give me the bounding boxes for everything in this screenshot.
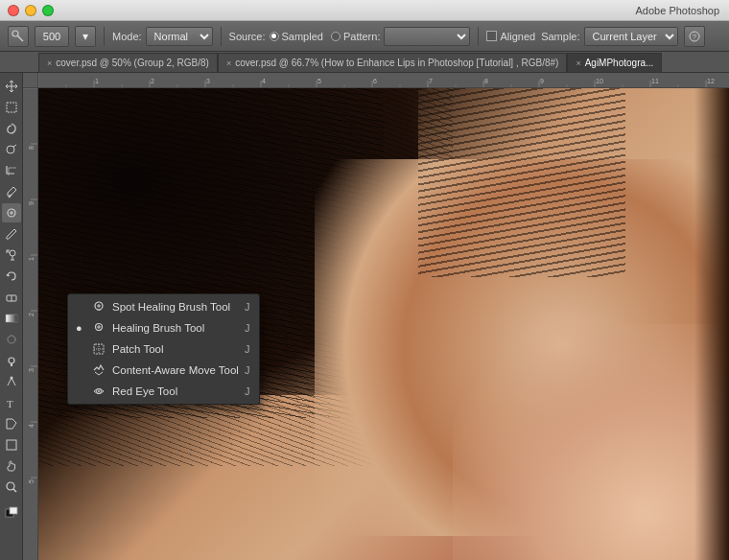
tab-1[interactable]: × cover.psd @ 66.7% (How to Enhance Lips… bbox=[218, 53, 567, 72]
app-title: Adobe Photoshop bbox=[636, 5, 719, 16]
blur-tool[interactable] bbox=[2, 330, 21, 349]
svg-rect-4 bbox=[7, 103, 16, 112]
aligned-label: Aligned bbox=[500, 31, 535, 42]
type-tool[interactable]: T bbox=[2, 393, 21, 412]
svg-text:12: 12 bbox=[707, 78, 715, 84]
svg-line-6 bbox=[9, 195, 12, 198]
brush-options-button[interactable]: ▾ bbox=[75, 26, 96, 47]
svg-text:7: 7 bbox=[429, 78, 433, 84]
svg-text:4: 4 bbox=[262, 78, 266, 84]
pattern-radio-dot bbox=[331, 32, 341, 41]
context-menu: Spot Healing Brush Tool J ● Healing Brus… bbox=[67, 293, 260, 405]
eyedropper-tool[interactable] bbox=[2, 182, 21, 201]
dodge-tool[interactable] bbox=[2, 351, 21, 370]
path-select-tool[interactable] bbox=[2, 414, 21, 433]
shape-tool[interactable] bbox=[2, 435, 21, 455]
toolbar-separator-2 bbox=[221, 27, 222, 46]
healing-brush-shortcut: J bbox=[245, 322, 250, 334]
tab-label-1: cover.psd @ 66.7% (How to Enhance Lips i… bbox=[235, 58, 558, 68]
svg-text:8: 8 bbox=[28, 146, 35, 150]
quick-select-tool[interactable] bbox=[2, 140, 21, 159]
pattern-label: Pattern: bbox=[343, 31, 381, 42]
pen-tool[interactable] bbox=[2, 372, 21, 391]
menu-item-patch[interactable]: Patch Tool J bbox=[68, 338, 259, 360]
svg-point-14 bbox=[8, 336, 15, 343]
menu-item-spot-healing[interactable]: Spot Healing Brush Tool J bbox=[68, 296, 259, 317]
spot-healing-check bbox=[76, 301, 85, 313]
marquee-tool[interactable] bbox=[2, 98, 21, 117]
content-aware-icon bbox=[91, 363, 106, 377]
tool-icon[interactable] bbox=[8, 26, 29, 47]
svg-point-86 bbox=[98, 390, 100, 392]
healing-brush-tool[interactable] bbox=[2, 203, 21, 222]
ruler-top: 1 2 3 4 5 6 7 8 9 10 11 bbox=[38, 73, 729, 88]
sample-select[interactable]: Current Layer bbox=[584, 27, 678, 46]
eraser-tool[interactable] bbox=[2, 288, 21, 307]
history-brush-tool[interactable] bbox=[2, 267, 21, 286]
patch-label: Patch Tool bbox=[112, 343, 239, 355]
gradient-tool[interactable] bbox=[2, 309, 21, 328]
patch-shortcut: J bbox=[245, 343, 250, 355]
maximize-button[interactable] bbox=[42, 5, 54, 16]
svg-text:9: 9 bbox=[540, 78, 544, 84]
svg-point-5 bbox=[7, 146, 14, 153]
menu-item-content-aware[interactable]: Content-Aware Move Tool J bbox=[68, 360, 259, 381]
svg-text:2: 2 bbox=[28, 313, 35, 316]
svg-text:10: 10 bbox=[596, 78, 603, 84]
tabs-bar: × cover.psd @ 50% (Group 2, RGB/8) × cov… bbox=[0, 52, 729, 73]
tab-close-0[interactable]: × bbox=[47, 58, 52, 68]
mode-group: Mode: Normal bbox=[112, 27, 213, 46]
red-eye-icon bbox=[91, 385, 106, 398]
minimize-button[interactable] bbox=[25, 5, 36, 16]
menu-item-healing-brush[interactable]: ● Healing Brush Tool J bbox=[68, 317, 259, 338]
svg-text:2: 2 bbox=[151, 78, 154, 84]
svg-text:1: 1 bbox=[28, 257, 35, 261]
sampled-radio-dot bbox=[270, 32, 279, 41]
sample-label: Sample: bbox=[541, 31, 579, 42]
toolbar-separator bbox=[104, 27, 105, 46]
pattern-select[interactable] bbox=[384, 27, 470, 46]
menu-item-red-eye[interactable]: Red Eye Tool J bbox=[68, 381, 259, 402]
svg-text:5: 5 bbox=[317, 78, 321, 84]
healing-brush-check: ● bbox=[76, 322, 85, 334]
tab-close-2[interactable]: × bbox=[576, 58, 580, 68]
svg-text:9: 9 bbox=[28, 201, 35, 205]
zoom-tool[interactable] bbox=[2, 478, 21, 497]
source-label: Source: bbox=[229, 31, 266, 42]
svg-rect-13 bbox=[6, 315, 17, 322]
svg-point-0 bbox=[12, 31, 18, 36]
svg-text:1: 1 bbox=[95, 78, 99, 84]
sampled-radio[interactable]: Sampled bbox=[270, 31, 323, 42]
brush-size-display[interactable]: 500 bbox=[35, 26, 69, 47]
healing-brush-label: Healing Brush Tool bbox=[112, 322, 239, 334]
red-eye-label: Red Eye Tool bbox=[112, 385, 239, 397]
clone-stamp-tool[interactable] bbox=[2, 245, 21, 265]
tab-label-0: cover.psd @ 50% (Group 2, RGB/8) bbox=[56, 58, 209, 68]
close-button[interactable] bbox=[8, 5, 19, 16]
content-aware-label: Content-Aware Move Tool bbox=[112, 364, 239, 376]
tab-close-1[interactable]: × bbox=[226, 58, 231, 68]
lasso-tool[interactable] bbox=[2, 119, 21, 138]
svg-text:3: 3 bbox=[28, 368, 35, 372]
foreground-color[interactable] bbox=[2, 502, 21, 522]
sampled-label: Sampled bbox=[282, 31, 323, 42]
content-aware-shortcut: J bbox=[245, 364, 250, 376]
canvas-area[interactable]: 1 2 3 4 5 6 7 8 9 10 11 bbox=[23, 73, 729, 560]
svg-text:3: 3 bbox=[206, 78, 210, 84]
aligned-checkbox[interactable]: Aligned bbox=[486, 31, 535, 42]
patch-icon bbox=[91, 342, 106, 356]
ruler-corner bbox=[23, 73, 38, 88]
hand-tool[interactable] bbox=[2, 456, 21, 476]
mode-select[interactable]: Normal bbox=[146, 27, 213, 46]
ruler-left: 8 9 1 2 3 4 5 bbox=[23, 88, 38, 560]
move-tool[interactable] bbox=[2, 77, 21, 96]
tab-2[interactable]: × AgiMPhotogra... bbox=[567, 53, 662, 72]
tab-0[interactable]: × cover.psd @ 50% (Group 2, RGB/8) bbox=[38, 53, 218, 72]
tab-label-2: AgiMPhotogra... bbox=[585, 58, 654, 68]
brush-tool[interactable] bbox=[2, 224, 21, 244]
extra-options-button[interactable]: ? bbox=[684, 26, 705, 47]
svg-text:4: 4 bbox=[28, 424, 35, 428]
crop-tool[interactable] bbox=[2, 161, 21, 180]
pattern-radio[interactable]: Pattern: bbox=[331, 31, 381, 42]
window-controls[interactable] bbox=[8, 5, 54, 16]
